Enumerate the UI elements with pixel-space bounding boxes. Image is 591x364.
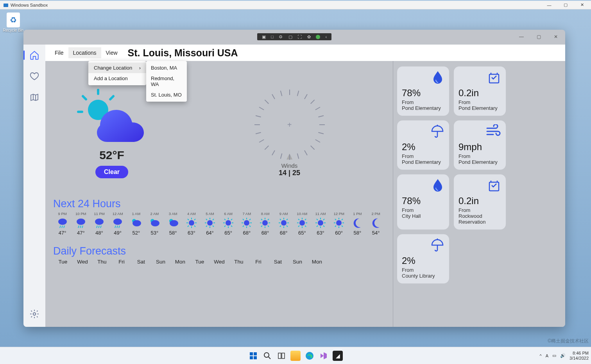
sidebar-home[interactable] [29,49,40,61]
svg-line-108 [335,226,336,227]
station-tile[interactable]: 9mphFromPond Elementary [454,120,506,170]
hourly-item[interactable]: 12 AM49° [109,212,127,236]
daily-item[interactable]: Tue [53,259,73,265]
hourly-item[interactable]: 2 PM54° [367,212,385,236]
daily-item[interactable]: Sun [288,259,307,265]
hourly-item[interactable]: 3 AM58° [164,212,182,236]
compass-tick [297,91,299,96]
sandbox-maximize-button[interactable]: ▢ [557,1,574,9]
location-option[interactable]: St. Louis, MO [146,90,187,100]
app-taskbar-icon[interactable]: ◢ [333,351,343,361]
svg-line-12 [78,226,79,228]
menu-file[interactable]: File [50,47,68,58]
vs-button[interactable] [319,351,329,361]
capture-tool-icon[interactable]: ▣ [262,34,266,39]
hourly-item[interactable]: 9 PM47° [53,212,72,236]
taskbar-clock[interactable]: 8:46 PM 3/14/2022 [570,351,589,360]
svg-line-20 [115,226,116,228]
station-tile[interactable]: 78%FromPond Elementary [397,66,449,116]
daily-item[interactable]: Wed [73,259,92,265]
tray-chevron-icon[interactable]: ^ [540,353,542,358]
daily-item[interactable]: Fri [112,259,131,265]
svg-line-89 [305,226,306,227]
hourly-item[interactable]: 5 AM64° [201,212,219,236]
tile-from: From [402,267,444,273]
svg-rect-0 [4,4,8,7]
menu-view[interactable]: View [101,47,122,58]
station-tile[interactable]: 2%FromPond Elementary [397,120,449,170]
hour-time: 11 PM [90,212,108,216]
svg-line-21 [117,226,118,228]
sidebar-settings[interactable] [29,308,40,320]
sidebar-map[interactable] [29,91,40,103]
menu-change-location[interactable]: Change Location › [88,63,146,73]
hourly-item[interactable]: 6 AM65° [219,212,238,236]
capture-tool-icon[interactable]: □ [271,34,274,39]
station-tile[interactable]: 0.2inFromRockwood Reservation [454,174,506,230]
daily-item[interactable]: Sun [151,259,170,265]
hourly-item[interactable]: 10 AM65° [293,212,311,236]
explorer-button[interactable] [290,351,301,361]
hour-temp: 48° [90,230,108,236]
tile-from: From [402,153,444,159]
daily-item[interactable]: Sat [131,259,151,265]
app-right-panel: 78%FromPond Elementary0.2inFromPond Elem… [393,61,565,327]
hour-temp: 64° [201,230,219,236]
daily-item[interactable]: Wed [210,259,229,265]
capture-tool-icon[interactable]: ▢ [288,34,292,39]
station-tile[interactable]: 78%FromCity Hall [397,174,449,230]
svg-line-109 [342,219,343,220]
sidebar-favorites[interactable] [29,70,40,82]
station-tile[interactable]: 0.2inFromPond Elementary [454,66,506,116]
hourly-item[interactable]: 12 PM60° [330,212,348,236]
menu-add-location[interactable]: Add a Location [88,73,146,84]
daily-item[interactable]: Mon [307,259,327,265]
hour-weather-icon [130,217,142,229]
daily-forecast: TueWedThuFriSatSunMonTueWedThuFriSatSunM… [53,259,385,265]
location-option[interactable]: Boston, MA [146,63,187,73]
hourly-item[interactable]: 11 PM48° [90,212,108,236]
search-button[interactable] [262,351,272,361]
capture-collapse-icon[interactable]: ‹ [326,34,327,39]
capture-toolbar[interactable]: ▣ □ ⯐ ▢ ⛶ ✿ ‹ [257,33,331,40]
compass-tick [304,94,308,99]
sandbox-close-button[interactable]: ✕ [574,1,590,9]
daily-item[interactable]: Fri [249,259,268,265]
start-button[interactable] [248,351,258,361]
hourly-item[interactable]: 4 AM63° [182,212,201,236]
capture-tool-icon[interactable]: ✿ [307,34,311,39]
tray-lang-icon[interactable]: A [546,353,548,358]
app-close-button[interactable]: ✕ [547,31,564,42]
daily-item[interactable]: Tue [190,259,210,265]
sandbox-minimize-button[interactable]: — [541,1,557,9]
hourly-item[interactable]: 8 AM68° [256,212,274,236]
hourly-item[interactable]: 1 AM52° [127,212,145,236]
tile-value: 9mph [458,142,501,152]
capture-tool-icon[interactable]: ⯐ [279,34,283,39]
task-view-button[interactable] [276,351,287,361]
hourly-item[interactable]: 7 AM68° [238,212,256,236]
daily-item[interactable]: Thu [92,259,112,265]
svg-point-24 [133,220,141,226]
daily-item[interactable]: Thu [229,259,249,265]
tray-network-icon[interactable]: ▭ [552,353,556,358]
hourly-item[interactable]: 1 PM58° [348,212,367,236]
hourly-item[interactable]: 2 AM53° [145,212,164,236]
hourly-item[interactable]: 11 AM63° [311,212,330,236]
tray-volume-icon[interactable]: 🔊 [560,353,566,358]
menu-locations[interactable]: Locations [68,47,101,58]
daily-item[interactable]: Mon [170,259,190,265]
svg-line-4 [83,96,86,99]
recycle-bin[interactable]: Recycle Bin [2,13,24,32]
capture-tool-icon[interactable]: ⛶ [297,34,302,39]
app-maximize-button[interactable]: ▢ [530,31,547,42]
edge-button[interactable] [304,351,315,361]
app-center-panel: 52°F Clear + ▲ Winds 14 | 25 Next 24 Hou… [45,61,393,327]
station-tile[interactable]: 2%FromCounty Library [397,234,449,283]
hourly-item[interactable]: 10 PM47° [72,212,90,236]
daily-item[interactable]: Sat [268,259,288,265]
tile-wind-icon [458,124,501,142]
app-minimize-button[interactable]: — [513,31,530,42]
location-option[interactable]: Redmond, WA [146,73,187,90]
hourly-item[interactable]: 9 AM68° [274,212,293,236]
